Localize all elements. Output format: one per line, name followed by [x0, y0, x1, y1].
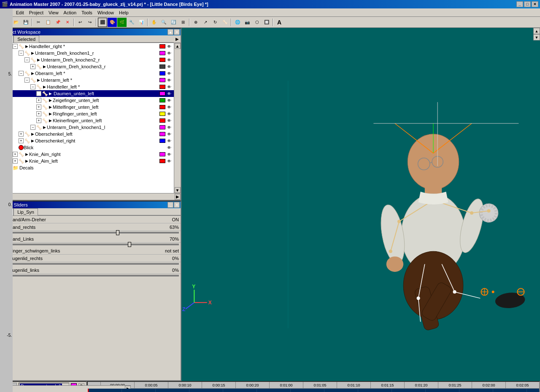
ps-close[interactable]: ✕ — [174, 202, 180, 208]
slider-row-5[interactable]: ⊕ Augenlid_links 0% — [1, 266, 181, 274]
cut-button[interactable]: ✂ — [34, 18, 43, 27]
eye-icon-4[interactable]: 👁 — [166, 70, 172, 76]
tree-expand-4[interactable]: − — [19, 71, 24, 76]
viewport-canvas[interactable]: X Y Z — [181, 28, 540, 381]
slider-row-0[interactable]: ⊕ Hand/Arm-Dreher ON — [1, 216, 181, 223]
eye-icon-2[interactable]: 👁 — [166, 57, 172, 63]
render3-button[interactable]: 🔧 — [127, 18, 136, 27]
tree-item-10[interactable]: +🦴▶Ringfinger_unten_left👁 — [1, 110, 174, 117]
tree-expand-17[interactable]: + — [13, 158, 18, 164]
menu-action[interactable]: Action — [61, 9, 79, 16]
eye-icon-17[interactable]: 👁 — [166, 158, 172, 164]
tree-item-13[interactable]: +🦴▶Oberschenkel_left👁 — [1, 131, 174, 137]
tree-item-12[interactable]: −🦴▶Unterarm_Dreh_knochen1_l👁 — [1, 124, 174, 131]
select-button[interactable]: ⬛ — [98, 18, 107, 27]
slider-track-row-4[interactable] — [1, 262, 181, 266]
tree-item-9[interactable]: +🦴▶Mittelfinger_unten_left👁 — [1, 104, 174, 110]
slider-track-row-1[interactable] — [1, 231, 181, 235]
tree-item-6[interactable]: −🦴▶Handteller_left *👁 — [1, 83, 174, 90]
pw-scroll-up-btn[interactable]: ▲ — [175, 43, 181, 49]
tree-expand-12[interactable]: − — [30, 125, 35, 130]
tl-tracks[interactable] — [88, 389, 539, 392]
cam-button[interactable]: 📷 — [243, 18, 252, 27]
tree-expand-7[interactable]: − — [36, 91, 41, 96]
tree-expand-2[interactable]: − — [24, 57, 30, 62]
save-button[interactable]: 💾 — [21, 18, 30, 27]
zoom-fit-button[interactable]: ⊞ — [178, 18, 188, 27]
tree-item-3[interactable]: +🦴▶Unterarm_Dreh_knochen3_r👁 — [1, 63, 174, 70]
viewport[interactable]: X Y Z ▲ ▼ — [181, 28, 540, 381]
tree-expand-16[interactable]: + — [13, 152, 18, 157]
tree-item-8[interactable]: +🦴▶Zeigefinger_unten_left👁 — [1, 97, 174, 104]
tree-item-14[interactable]: +🦴▶Oberschenkel_right👁 — [1, 137, 174, 144]
tree-expand-9[interactable]: + — [36, 105, 41, 110]
tree-expand-3[interactable]: + — [30, 64, 35, 69]
tree-expand-5[interactable]: − — [24, 78, 30, 83]
eye-icon-6[interactable]: 👁 — [166, 84, 172, 90]
tree-item-0[interactable]: −🦴▶Handteller_right *👁 — [1, 43, 174, 50]
tree-item-17[interactable]: +🦴▶Knie_Aim_left👁 — [1, 158, 174, 164]
menu-edit[interactable]: Edit — [14, 9, 27, 16]
eye-icon-7[interactable]: 👁 — [166, 91, 172, 97]
tree-item-2[interactable]: −🦴▶Unterarm_Dreh_knochen2_r👁 — [1, 56, 174, 63]
menu-project[interactable]: Project — [27, 9, 46, 16]
slider-track-1[interactable] — [9, 232, 179, 234]
wire-button[interactable]: ⬡ — [252, 18, 262, 27]
close-button[interactable]: ✕ — [532, 1, 538, 7]
slider-row-1[interactable]: ⊕ Hand_rechts 63% — [1, 223, 181, 231]
slider-track-2[interactable] — [9, 244, 179, 245]
eye-icon-1[interactable]: 👁 — [166, 50, 172, 56]
eye-icon-14[interactable]: 👁 — [166, 138, 172, 144]
bone-button[interactable]: 🦴 — [220, 18, 230, 27]
slider-track-row-2[interactable] — [1, 243, 181, 247]
ps-tab-lipsyn[interactable]: Lip_Syn — [14, 208, 38, 215]
open-button[interactable]: 📂 — [11, 18, 21, 27]
tree-item-5[interactable]: −🦴▶Unterarm_left *👁 — [1, 77, 174, 83]
tl-playhead[interactable] — [88, 389, 89, 392]
tree-expand-8[interactable]: + — [36, 98, 41, 103]
eye-icon-10[interactable]: 👁 — [166, 111, 172, 117]
slider-thumb-1[interactable] — [116, 230, 119, 235]
pan-button[interactable]: ✋ — [149, 18, 159, 27]
slider-row-4[interactable]: ⊕ Augenlid_rechts 0% — [1, 255, 181, 262]
pw-scroll-right-btn[interactable]: ▶ — [175, 194, 181, 200]
pw-tab-scroll[interactable]: ▶ — [174, 35, 181, 42]
tree-item-4[interactable]: −🦴▶Oberarm_left *👁 — [1, 70, 174, 77]
undo-button[interactable]: ↩ — [76, 18, 85, 27]
rotate2-button[interactable]: ↻ — [211, 18, 220, 27]
text-button[interactable]: A — [275, 18, 284, 27]
pw-hscrollbar[interactable]: ◀ ▶ — [1, 193, 181, 200]
render4-button[interactable]: 📊 — [137, 18, 146, 27]
eye-icon-12[interactable]: 👁 — [166, 124, 172, 130]
copy-button[interactable]: 📋 — [43, 18, 53, 27]
maximize-button[interactable]: □ — [524, 1, 531, 7]
shade-button[interactable]: 🔲 — [262, 18, 271, 27]
tree-expand-10[interactable]: + — [36, 111, 41, 116]
tree-item-1[interactable]: −🦴▶Unterarm_Dreh_knochen1_r👁 — [1, 50, 174, 56]
redo-button[interactable]: ↪ — [85, 18, 94, 27]
move-button[interactable]: ⊕ — [191, 18, 200, 27]
slider-thumb-2[interactable] — [128, 242, 131, 247]
project-tree[interactable]: −🦴▶Handteller_right *👁−🦴▶Unterarm_Dreh_k… — [1, 43, 174, 193]
tree-expand-13[interactable]: + — [19, 132, 24, 137]
slider-row-2[interactable]: ⊕ Hand_Links 70% — [1, 235, 181, 243]
paste-button[interactable]: 📌 — [53, 18, 62, 27]
tree-item-15[interactable]: Blick👁 — [1, 144, 174, 151]
tree-item-16[interactable]: +🦴▶Knie_Aim_right👁 — [1, 151, 174, 158]
eye-icon-15[interactable]: 👁 — [166, 145, 172, 150]
tree-item-11[interactable]: +🦴▶Kleinerfinger_unten_left👁 — [1, 117, 174, 124]
eye-icon-11[interactable]: 👁 — [166, 118, 172, 124]
menu-window[interactable]: Window — [95, 9, 116, 16]
viewport-scroll-up[interactable]: ▲ — [534, 28, 540, 34]
eye-icon-8[interactable]: 👁 — [166, 97, 172, 103]
viewport-scroll-down[interactable]: ▼ — [534, 34, 540, 40]
render-button[interactable]: 🎨 — [108, 18, 117, 27]
rotate-button[interactable]: 🔄 — [169, 18, 178, 27]
render2-button[interactable]: 🌿 — [117, 18, 127, 27]
eye-icon-9[interactable]: 👁 — [166, 104, 172, 110]
tree-expand-6[interactable]: − — [30, 84, 35, 89]
eye-icon-3[interactable]: 👁 — [166, 64, 172, 70]
eye-icon-5[interactable]: 👁 — [166, 77, 172, 83]
pw-scroll-up[interactable]: ▲ — [167, 29, 173, 35]
tree-expand-1[interactable]: − — [19, 51, 24, 56]
